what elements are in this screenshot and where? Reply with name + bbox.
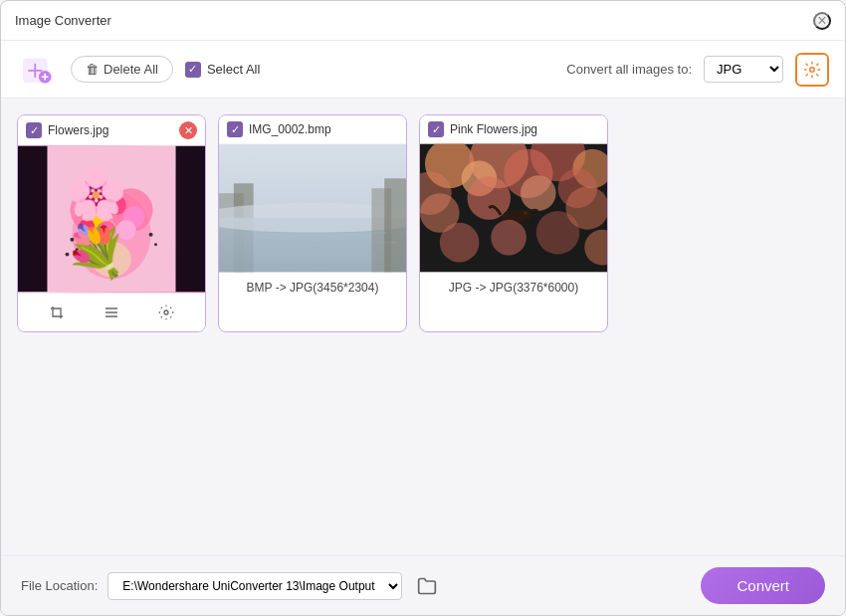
card-1-image xyxy=(18,145,205,293)
checkmark-icon: ✓ xyxy=(231,123,240,136)
svg-point-9 xyxy=(85,203,108,227)
svg-point-14 xyxy=(79,219,95,235)
svg-rect-4 xyxy=(175,146,205,292)
main-content: ✓ Flowers.jpg ✕ xyxy=(1,99,845,555)
svg-point-52 xyxy=(491,220,527,256)
convert-button[interactable]: Convert xyxy=(701,567,825,604)
delete-all-button[interactable]: 🗑 Delete All xyxy=(71,56,173,83)
card-2-title: IMG_0002.bmp xyxy=(249,122,398,136)
svg-point-12 xyxy=(98,221,115,239)
svg-rect-31 xyxy=(384,178,406,272)
add-image-button[interactable] xyxy=(17,49,59,91)
svg-point-18 xyxy=(65,253,69,257)
format-select[interactable]: JPG PNG BMP TIFF WEBP xyxy=(704,56,783,83)
svg-point-10 xyxy=(106,195,126,215)
svg-point-24 xyxy=(164,310,168,314)
svg-point-46 xyxy=(521,175,556,211)
card-1-toolbar xyxy=(18,293,205,331)
images-row: ✓ Flowers.jpg ✕ xyxy=(17,114,829,332)
svg-point-11 xyxy=(123,206,145,228)
title-bar: Image Converter × xyxy=(1,1,845,41)
svg-point-51 xyxy=(440,223,480,263)
image-card-2: ✓ IMG_0002.bmp xyxy=(218,114,407,332)
card-1-settings-button[interactable] xyxy=(153,300,179,325)
checkmark-icon: ✓ xyxy=(432,123,441,136)
browse-folder-button[interactable] xyxy=(412,571,442,601)
svg-point-20 xyxy=(154,243,157,246)
svg-point-13 xyxy=(116,220,136,240)
checkmark-icon: ✓ xyxy=(30,124,39,137)
svg-rect-5 xyxy=(48,146,176,292)
card-1-crop-button[interactable] xyxy=(44,300,70,325)
card-2-conversion-label: BMP -> JPG(3456*2304) xyxy=(219,273,406,303)
card-3-checkbox[interactable]: ✓ xyxy=(428,121,444,137)
card-2-header: ✓ IMG_0002.bmp xyxy=(219,115,406,143)
file-location-select[interactable]: E:\Wondershare UniConverter 13\Image Out… xyxy=(107,572,402,600)
svg-point-16 xyxy=(70,238,74,242)
svg-point-7 xyxy=(70,188,113,232)
convert-all-label: Convert all images to: xyxy=(566,62,692,77)
card-1-header: ✓ Flowers.jpg ✕ xyxy=(18,115,205,145)
svg-point-19 xyxy=(149,233,153,237)
bottom-bar: File Location: E:\Wondershare UniConvert… xyxy=(1,555,845,615)
svg-rect-3 xyxy=(18,146,48,292)
trash-icon: 🗑 xyxy=(86,62,99,77)
image-card-3: ✓ Pink Flowers.jpg xyxy=(419,114,608,332)
svg-point-8 xyxy=(109,188,153,232)
file-location-label: File Location: xyxy=(21,578,98,593)
card-3-conversion-label: JPG -> JPG(3376*6000) xyxy=(420,273,607,303)
card-3-header: ✓ Pink Flowers.jpg xyxy=(420,115,607,143)
card-1-title: Flowers.jpg xyxy=(48,123,173,137)
checkmark-icon: ✓ xyxy=(188,63,197,76)
app-title: Image Converter xyxy=(15,13,111,28)
toolbar: 🗑 Delete All ✓ Select All Convert all im… xyxy=(1,41,845,99)
card-3-image xyxy=(420,143,607,273)
svg-point-6 xyxy=(72,190,150,279)
select-all-checkbox[interactable]: ✓ xyxy=(185,62,201,78)
card-1-close-button[interactable]: ✕ xyxy=(179,121,197,139)
close-button[interactable]: × xyxy=(813,12,831,30)
card-1-checkbox[interactable]: ✓ xyxy=(26,122,42,138)
settings-button[interactable] xyxy=(795,53,829,87)
card-2-image xyxy=(219,143,406,273)
svg-point-17 xyxy=(76,248,79,251)
card-3-title: Pink Flowers.jpg xyxy=(450,122,599,136)
delete-all-label: Delete All xyxy=(104,62,158,77)
select-all-checkbox-wrap[interactable]: ✓ Select All xyxy=(185,62,260,78)
select-all-label: Select All xyxy=(207,62,260,77)
svg-point-15 xyxy=(92,242,131,278)
svg-point-2 xyxy=(810,67,815,72)
card-2-checkbox[interactable]: ✓ xyxy=(227,121,243,137)
card-1-list-button[interactable] xyxy=(99,300,124,325)
image-card-1: ✓ Flowers.jpg ✕ xyxy=(17,114,206,332)
svg-point-53 xyxy=(536,211,580,255)
svg-point-50 xyxy=(524,211,528,215)
